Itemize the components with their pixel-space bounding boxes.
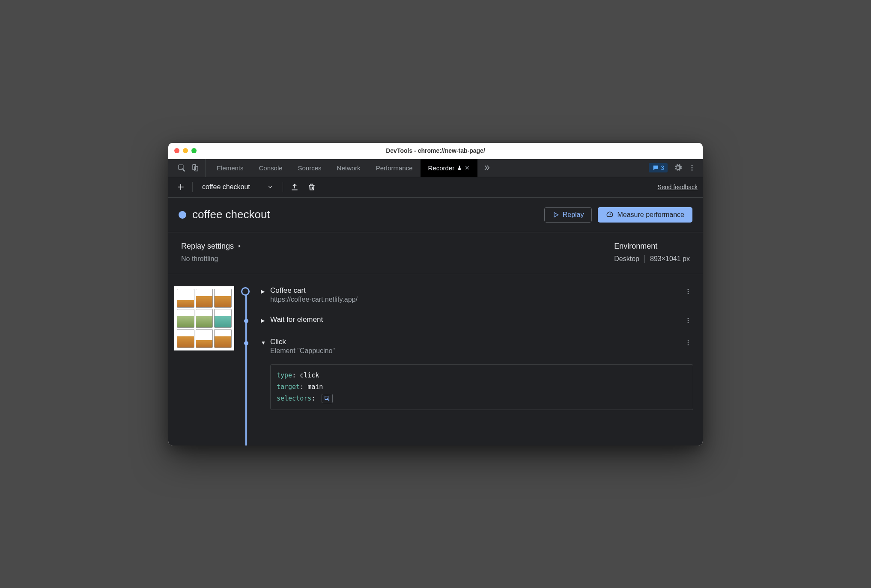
svg-point-8 (688, 293, 689, 294)
environment-label: Environment (614, 242, 657, 251)
close-tab-icon[interactable]: ✕ (465, 164, 470, 171)
tab-console[interactable]: Console (251, 159, 290, 177)
tabbar: Elements Console Sources Network Perform… (168, 159, 703, 177)
inspect-element-icon[interactable] (178, 164, 185, 172)
tab-network[interactable]: Network (329, 159, 368, 177)
experiment-icon (457, 165, 462, 170)
step-menu-button[interactable] (683, 315, 693, 326)
recording-select-label: coffee checkout (202, 183, 250, 191)
step-element: Element "Cappucino" (270, 347, 335, 355)
chevron-right-icon (237, 244, 242, 248)
svg-point-5 (692, 169, 693, 171)
replay-settings-toggle[interactable]: Replay settings (181, 242, 242, 251)
recorder-toolbar: coffee checkout Send feedback (168, 177, 703, 198)
code-key-target: target (277, 383, 300, 391)
settings-row: Replay settings No throttling Environmen… (168, 232, 703, 274)
traffic-lights (168, 148, 197, 153)
more-options-icon[interactable] (688, 164, 696, 172)
expand-step-icon[interactable]: ▶ (261, 288, 266, 294)
step-marker-icon (244, 319, 248, 323)
maximize-window-button[interactable] (191, 148, 197, 153)
replay-button[interactable]: Replay (544, 207, 592, 223)
step-menu-button[interactable] (683, 338, 693, 355)
svg-point-6 (688, 289, 689, 290)
tab-recorder[interactable]: Recorder ✕ (421, 159, 478, 177)
issues-count: 3 (661, 164, 664, 171)
step-menu-button[interactable] (683, 286, 693, 297)
export-button[interactable] (287, 180, 302, 194)
screenshot-thumbnail[interactable] (174, 286, 234, 350)
tab-sources[interactable]: Sources (290, 159, 329, 177)
code-key-selectors: selectors (277, 395, 311, 402)
svg-point-3 (692, 165, 693, 166)
titlebar: DevTools - chrome://new-tab-page/ (168, 143, 703, 159)
environment-values: Desktop 893×1041 px (614, 255, 690, 263)
issues-badge[interactable]: 3 (649, 163, 668, 172)
svg-point-14 (688, 344, 689, 345)
step-details: type: click target: main selectors: (270, 364, 693, 410)
step-marker-icon (241, 287, 250, 296)
timeline: ▶ Coffee cart https://coffee-cart.netlif… (242, 286, 693, 445)
recording-title[interactable]: coffee checkout (192, 208, 270, 221)
play-icon (552, 211, 559, 218)
throttling-value: No throttling (181, 255, 242, 263)
svg-point-9 (688, 318, 689, 319)
chevron-down-icon (267, 184, 273, 190)
measure-performance-button[interactable]: Measure performance (598, 207, 692, 223)
expand-step-icon[interactable]: ▶ (261, 318, 266, 324)
tab-performance[interactable]: Performance (368, 159, 421, 177)
svg-point-11 (688, 322, 689, 323)
message-icon (652, 164, 659, 171)
step-marker-icon (244, 341, 248, 345)
send-feedback-link[interactable]: Send feedback (658, 184, 698, 190)
svg-rect-1 (193, 165, 196, 170)
recording-header: coffee checkout Replay Measure performan… (168, 198, 703, 232)
environment-device: Desktop (614, 255, 639, 263)
step-url: https://coffee-cart.netlify.app/ (270, 296, 358, 303)
gauge-icon (606, 211, 614, 219)
code-val-type[interactable]: click (300, 371, 319, 379)
step-title: Coffee cart (270, 286, 358, 295)
minimize-window-button[interactable] (183, 148, 188, 153)
svg-point-7 (688, 291, 689, 292)
step-title: Wait for element (270, 315, 323, 324)
more-tabs-button[interactable] (477, 164, 495, 172)
step-wait-for-element: ▶ Wait for element (251, 315, 693, 326)
step-click: ▼ Click Element "Cappucino" type: click (251, 338, 693, 410)
settings-icon[interactable] (674, 163, 682, 172)
close-window-button[interactable] (174, 148, 179, 153)
svg-point-10 (688, 320, 689, 321)
svg-point-4 (692, 167, 693, 169)
window-title: DevTools - chrome://new-tab-page/ (168, 147, 703, 154)
step-navigate: ▶ Coffee cart https://coffee-cart.netlif… (251, 286, 693, 303)
step-title: Click (270, 338, 335, 346)
svg-rect-2 (195, 166, 198, 171)
new-recording-button[interactable] (173, 180, 188, 194)
svg-point-12 (688, 340, 689, 342)
recording-status-dot (179, 211, 186, 219)
tab-elements[interactable]: Elements (209, 159, 251, 177)
steps-area: ▶ Coffee cart https://coffee-cart.netlif… (168, 274, 703, 445)
environment-dimensions: 893×1041 px (650, 255, 690, 263)
code-key-type: type (277, 371, 292, 379)
panel-tabs: Elements Console Sources Network Perform… (209, 159, 477, 177)
svg-point-13 (688, 342, 689, 343)
device-toolbar-icon[interactable] (191, 164, 199, 172)
selector-picker-button[interactable] (322, 394, 333, 403)
collapse-step-icon[interactable]: ▼ (261, 340, 266, 355)
devtools-window: DevTools - chrome://new-tab-page/ Elemen… (168, 143, 703, 445)
recording-select[interactable]: coffee checkout (197, 183, 278, 191)
delete-button[interactable] (304, 180, 319, 194)
code-val-target[interactable]: main (307, 383, 323, 391)
